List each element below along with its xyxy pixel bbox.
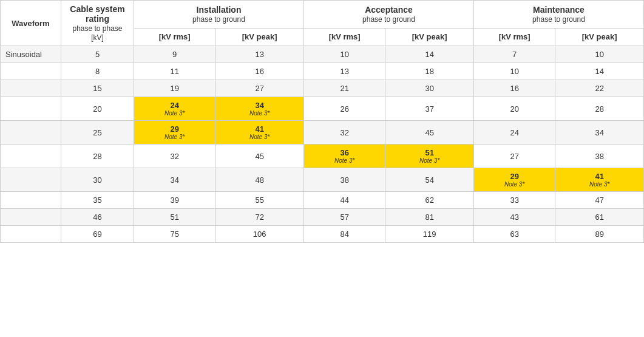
table-cell: 81 [385, 209, 474, 226]
table-cell: 27 [215, 80, 304, 97]
table-cell: 8 [61, 63, 134, 80]
acceptance-header: Acceptance phase to ground [303, 1, 473, 29]
table-row: Sinusoidal59131014710 [1, 46, 644, 63]
table-cell: 34 [134, 168, 215, 192]
table-cell [1, 80, 61, 97]
table-cell: 16 [215, 63, 304, 80]
table-row: 15192721301622 [1, 80, 644, 97]
table-cell: 29Note 3* [134, 121, 215, 145]
table-cell: 35 [61, 192, 134, 209]
table-cell: 72 [215, 209, 304, 226]
table-cell: 47 [555, 192, 644, 209]
table-cell [1, 209, 61, 226]
acc-peak-unit: [kV peak] [385, 28, 474, 46]
main-table: Waveform Cable system rating phase to ph… [0, 0, 644, 243]
table-row: 28324536Note 3*51Note 3*2738 [1, 145, 644, 168]
table-cell: 20 [61, 97, 134, 121]
table-cell: 10 [473, 63, 555, 80]
table-cell: 14 [385, 46, 474, 63]
table-cell: 30 [385, 80, 474, 97]
table-cell: 69 [61, 226, 134, 243]
table-cell: 89 [555, 226, 644, 243]
table-cell: 62 [385, 192, 474, 209]
table-cell: 38 [303, 168, 385, 192]
table-cell: 41Note 3* [555, 168, 644, 192]
table-cell: 46 [61, 209, 134, 226]
table-cell: 54 [385, 168, 474, 192]
table-cell: 20 [473, 97, 555, 121]
table-cell: 13 [215, 46, 304, 63]
table-cell: 44 [303, 192, 385, 209]
table-cell [1, 63, 61, 80]
table-row: 303448385429Note 3*41Note 3* [1, 168, 644, 192]
table-cell: 19 [134, 80, 215, 97]
table-cell: 84 [303, 226, 385, 243]
table-row: 2024Note 3*34Note 3*26372028 [1, 97, 644, 121]
maint-rms-unit: [kV rms] [473, 28, 555, 46]
table-cell: 11 [134, 63, 215, 80]
table-cell: 5 [61, 46, 134, 63]
table-cell [1, 97, 61, 121]
table-cell: Sinusoidal [1, 46, 61, 63]
table-cell: 22 [555, 80, 644, 97]
table-cell: 37 [385, 97, 474, 121]
maint-peak-unit: [kV peak] [555, 28, 644, 46]
table-cell: 75 [134, 226, 215, 243]
table-cell: 27 [473, 145, 555, 168]
table-row: 6975106841196389 [1, 226, 644, 243]
waveform-header: Waveform [1, 1, 61, 46]
maintenance-header: Maintenance phase to ground [473, 1, 643, 29]
table-cell: 36Note 3* [303, 145, 385, 168]
cable-header: Cable system rating phase to phase [kV] [61, 1, 134, 46]
table-cell [1, 168, 61, 192]
table-row: 35395544623347 [1, 192, 644, 209]
table-cell: 24 [473, 121, 555, 145]
table-cell: 26 [303, 97, 385, 121]
table-cell [1, 226, 61, 243]
table-cell: 45 [215, 145, 304, 168]
table-cell: 10 [303, 46, 385, 63]
table-cell: 45 [385, 121, 474, 145]
table-cell: 14 [555, 63, 644, 80]
table-cell: 61 [555, 209, 644, 226]
table-cell: 48 [215, 168, 304, 192]
table-cell: 16 [473, 80, 555, 97]
table-cell: 34Note 3* [215, 97, 304, 121]
table-cell: 119 [385, 226, 474, 243]
table-cell: 28 [555, 97, 644, 121]
table-cell: 55 [215, 192, 304, 209]
installation-header: Installation phase to ground [134, 1, 304, 29]
table-row: 46517257814361 [1, 209, 644, 226]
table-cell [1, 145, 61, 168]
table-cell: 63 [473, 226, 555, 243]
table-cell: 43 [473, 209, 555, 226]
table-cell: 33 [473, 192, 555, 209]
table-cell: 21 [303, 80, 385, 97]
table-cell: 51Note 3* [385, 145, 474, 168]
table-cell: 10 [555, 46, 644, 63]
acc-rms-unit: [kV rms] [303, 28, 385, 46]
table-cell [1, 121, 61, 145]
table-cell: 38 [555, 145, 644, 168]
table-cell: 15 [61, 80, 134, 97]
table-cell: 24Note 3* [134, 97, 215, 121]
table-row: 2529Note 3*41Note 3*32452434 [1, 121, 644, 145]
table-cell: 9 [134, 46, 215, 63]
table-cell: 29Note 3* [473, 168, 555, 192]
table-cell: 13 [303, 63, 385, 80]
table-cell: 32 [134, 145, 215, 168]
table-cell: 18 [385, 63, 474, 80]
table-cell: 28 [61, 145, 134, 168]
table-cell: 51 [134, 209, 215, 226]
table-cell: 30 [61, 168, 134, 192]
table-cell: 25 [61, 121, 134, 145]
inst-peak-unit: [kV peak] [215, 28, 304, 46]
table-cell: 7 [473, 46, 555, 63]
table-cell: 32 [303, 121, 385, 145]
table-row: 8111613181014 [1, 63, 644, 80]
table-cell: 34 [555, 121, 644, 145]
inst-rms-unit: [kV rms] [134, 28, 215, 46]
table-cell: 106 [215, 226, 304, 243]
table-cell: 57 [303, 209, 385, 226]
table-cell: 41Note 3* [215, 121, 304, 145]
